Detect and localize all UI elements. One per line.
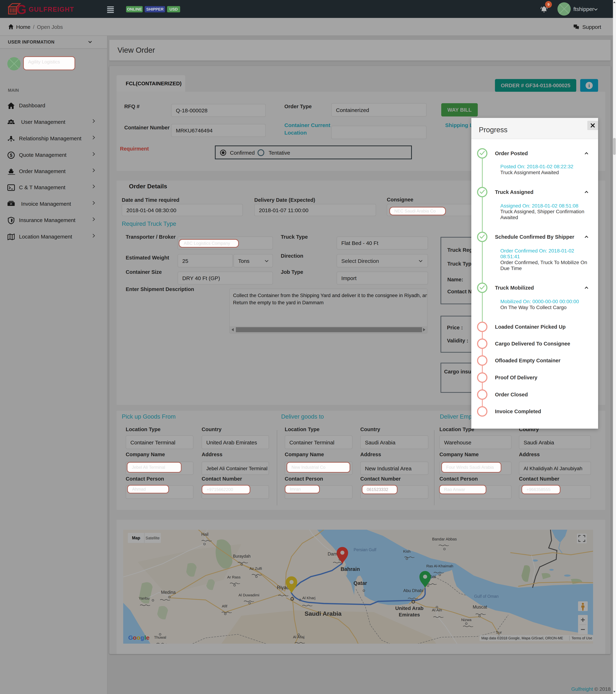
svg-text:G: G (17, 2, 26, 16)
